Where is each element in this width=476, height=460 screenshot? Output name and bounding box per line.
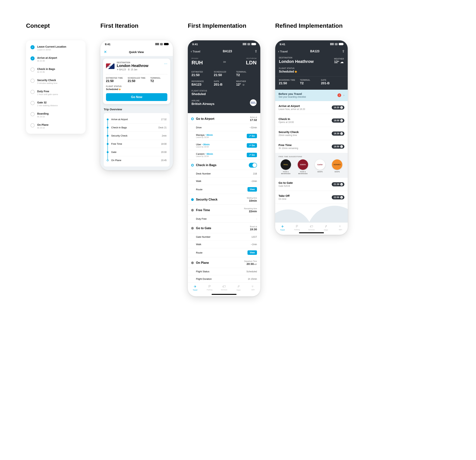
tab-maps[interactable]: ↱Maps bbox=[319, 225, 333, 231]
section-title: Free Time bbox=[196, 208, 242, 212]
step-title: Check in Bags bbox=[37, 68, 55, 70]
overview-title: Trip Overview bbox=[100, 107, 173, 113]
col-iter1: First Iteration 9:41 ✕ Quick View ⋯ BRIT… bbox=[100, 22, 173, 170]
step-sub: 20min waiting time bbox=[279, 134, 330, 137]
tab-label: Services bbox=[221, 289, 227, 291]
sub-estimate: ~36min bbox=[202, 143, 210, 146]
time-pill: 18:30⌄ bbox=[332, 131, 344, 136]
go-button[interactable]: ↗ Go bbox=[247, 153, 257, 157]
timeline-row[interactable]: Arrive at Airport17:32 bbox=[107, 115, 167, 123]
concept-step: On PlaneAt 23:10 bbox=[31, 123, 81, 129]
toggle[interactable] bbox=[249, 163, 257, 168]
concept-step: Security Check3 minutes waiting time bbox=[31, 79, 81, 84]
go-button[interactable]: ↗ Go bbox=[247, 134, 257, 138]
chevron-right-icon: › bbox=[256, 217, 257, 220]
section-header[interactable]: Go to GateBoard at19:30 bbox=[188, 223, 260, 233]
section-header[interactable]: Security CheckWaiting time10min bbox=[188, 194, 260, 204]
section-header[interactable]: Free TimeRemaining time22min bbox=[188, 205, 260, 215]
timeline-value: 20:45 bbox=[161, 159, 167, 162]
trip-step[interactable]: Check InOpens at 18:0018:00⌄ bbox=[275, 114, 348, 127]
section-sub-row[interactable]: RouteView bbox=[188, 185, 260, 194]
section-header[interactable]: On PlaneDeparture Time20:30AST bbox=[188, 257, 260, 268]
sugg-item[interactable]: HERMÈSSHOPS bbox=[330, 159, 344, 174]
sugg-title: FREE TIME SUGGESTIONS bbox=[279, 156, 344, 157]
section-dot-icon bbox=[191, 227, 194, 230]
banner-sub: See your boarding checklist bbox=[279, 95, 335, 98]
sub-leaveby: Leave by 16:54 bbox=[196, 155, 247, 157]
step-sub: Gate 520-B bbox=[279, 185, 330, 187]
concept-step: ✓Leave Current LocationLeave in 32min bbox=[31, 45, 81, 51]
timeline-row[interactable]: Security Check2min bbox=[107, 132, 167, 140]
trip-step[interactable]: Free Time3h 10min remaining18:50⌄ bbox=[275, 140, 348, 153]
sub-estimate: ~36min bbox=[205, 134, 213, 136]
step-sub: Leave Now, arrive at 16:20 bbox=[279, 108, 330, 111]
meta-value: 21:50 bbox=[279, 81, 298, 85]
timeline-row[interactable]: On Plane20:45 bbox=[107, 156, 167, 164]
go-now-button[interactable]: Go Now bbox=[106, 93, 167, 101]
section-sub-row[interactable]: RouteView bbox=[188, 248, 260, 257]
sugg-item[interactable]: PAULFOOD & BEVERAGES bbox=[279, 159, 293, 174]
section-sub-row[interactable]: Duty Free› bbox=[188, 215, 260, 222]
section-sub-row[interactable]: Mazaya ~36minLeave by 16:54↗ Go bbox=[188, 131, 260, 141]
tab-maps[interactable]: ↱Maps bbox=[231, 285, 246, 291]
clock: 9:41 bbox=[280, 43, 285, 46]
info-label: REFERENCE bbox=[192, 80, 212, 82]
timeline-dot-icon bbox=[107, 119, 109, 120]
chevron-down-icon: ⌄ bbox=[340, 196, 343, 199]
sub-value: 21B bbox=[253, 173, 257, 175]
section-sub-row[interactable]: Careem ~36minLeave by 16:54↗ Go bbox=[188, 150, 260, 160]
sub-value: 1h 15min bbox=[248, 278, 257, 280]
timeline-row[interactable]: Gate20:00 bbox=[107, 148, 167, 156]
view-button[interactable]: View bbox=[247, 187, 257, 191]
section-header[interactable]: ✓Check in Bags bbox=[188, 160, 260, 170]
back-button[interactable]: ‹Travel bbox=[191, 50, 200, 53]
sub-name: Flight Status bbox=[196, 270, 209, 273]
tab-wifi[interactable]: ᯤWiFi bbox=[246, 285, 260, 291]
meta-value: 21:50 bbox=[106, 79, 123, 83]
flight-status: Sheduled bbox=[192, 92, 228, 96]
section-sub-row[interactable]: Uber ~36minLeave by 16:54↗ Go bbox=[188, 141, 260, 150]
tab-travel[interactable]: ✈Travel bbox=[275, 225, 290, 231]
section-header[interactable]: ✓Go to AirportArrive at17:32 bbox=[188, 113, 260, 124]
home-indicator bbox=[212, 294, 237, 295]
go-button[interactable]: ↗ Go bbox=[247, 143, 257, 148]
timeline-dot-icon bbox=[107, 135, 109, 137]
close-icon[interactable]: ✕ bbox=[104, 50, 107, 54]
share-icon[interactable]: ⇪ bbox=[342, 49, 345, 53]
sugg-item[interactable]: CartierSHOPS bbox=[313, 159, 327, 174]
tab-services[interactable]: 🏷Services bbox=[304, 225, 319, 231]
sugg-item[interactable]: COSTAFOOD & BEVERAGES bbox=[296, 159, 310, 174]
more-icon[interactable]: ⋯ bbox=[164, 61, 167, 66]
section-title: Check in Bags bbox=[196, 164, 246, 167]
share-icon[interactable]: ⇪ bbox=[255, 49, 257, 53]
timeline-row[interactable]: Check-in BagsDesk 21 bbox=[107, 123, 167, 132]
info-label: SCHEDULED bbox=[214, 71, 234, 73]
time-pill: 16:20⌄ bbox=[332, 105, 344, 110]
trip-step[interactable]: Go to GateGate 520-B21:30⌄ bbox=[275, 178, 348, 191]
info-value: 21:50 bbox=[192, 73, 212, 77]
destination: London Heathrow bbox=[117, 64, 148, 68]
info-label: GATE bbox=[214, 80, 234, 82]
trip-step[interactable]: Take OffOn time22:00⌄ bbox=[275, 191, 348, 204]
tab-travel[interactable]: ✈Travel bbox=[188, 285, 202, 291]
trip-step[interactable]: Arrive at AirportLeave Now, arrive at 16… bbox=[275, 101, 348, 114]
tab-label: Travel bbox=[193, 289, 197, 291]
info-value: T2 bbox=[236, 73, 257, 77]
status-dot-icon: ◆ bbox=[119, 88, 121, 91]
tab-services[interactable]: 🏷Services bbox=[217, 285, 231, 291]
trip-step[interactable]: Security Check20min waiting time18:30⌄ bbox=[275, 127, 348, 140]
view-button[interactable]: View bbox=[247, 250, 257, 255]
tab-parking[interactable]: PParking bbox=[202, 285, 217, 291]
info-value: 21:50 bbox=[214, 73, 234, 77]
before-travel-banner[interactable]: Before you TravelSee your boarding check… bbox=[275, 90, 348, 101]
page-title: BA123 bbox=[310, 50, 319, 53]
back-button[interactable]: ‹Travel bbox=[278, 50, 288, 53]
tab-wifi[interactable]: ᯤWiFi bbox=[333, 225, 348, 231]
design-evolution-stage: Concept ✓Leave Current LocationLeave in … bbox=[26, 22, 450, 296]
chevron-down-icon: ⌄ bbox=[340, 183, 343, 186]
timeline-row[interactable]: Free Time18:00 bbox=[107, 140, 167, 148]
time-pill: 22:00⌄ bbox=[332, 195, 344, 200]
from-code: RUH bbox=[192, 60, 203, 66]
tab-parking[interactable]: PParking bbox=[290, 225, 304, 231]
step-sub: 3 minutes waiting time bbox=[37, 82, 58, 84]
